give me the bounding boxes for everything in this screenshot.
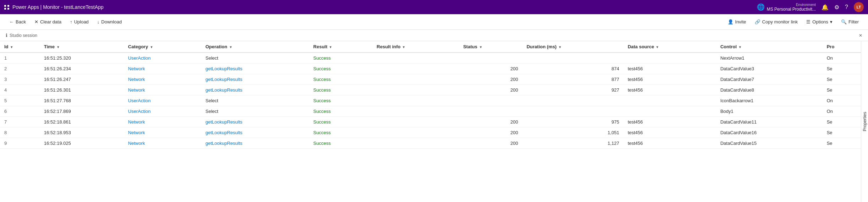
cell-result-info: [373, 117, 459, 127]
close-icon[interactable]: ✕: [859, 33, 862, 38]
cell-pro: Se: [823, 117, 861, 127]
filter-label: Filter: [848, 19, 859, 24]
cell-duration: [522, 53, 624, 64]
cell-control: DataCardValue11: [716, 117, 823, 127]
table-row[interactable]: 8 16:52:18.953 Network getLookupResults …: [0, 127, 861, 138]
session-bar: ℹ Studio session ✕: [0, 30, 868, 41]
link-icon: 🔗: [755, 19, 760, 24]
cell-data-source: [623, 53, 716, 64]
col-status[interactable]: Status ▾: [459, 41, 522, 53]
table-row[interactable]: 7 16:52:18.861 Network getLookupResults …: [0, 117, 861, 127]
table-row[interactable]: 4 16:51:26.301 Network getLookupResults …: [0, 85, 861, 95]
filter-button[interactable]: 🔍 Filter: [837, 17, 862, 26]
cell-id: 5: [0, 95, 40, 106]
properties-tab[interactable]: Properties: [861, 108, 868, 136]
avatar[interactable]: LT: [854, 2, 864, 12]
table-row[interactable]: 9 16:52:19.025 Network getLookupResults …: [0, 138, 861, 149]
col-result[interactable]: Result ▾: [309, 41, 373, 53]
cell-operation: getLookupResults: [201, 138, 309, 149]
cell-status: 200: [459, 117, 522, 127]
cell-operation: getLookupResults: [201, 117, 309, 127]
cell-result: Success: [309, 138, 373, 149]
cell-category: UserAction: [124, 53, 201, 64]
upload-label: Upload: [74, 19, 88, 24]
cell-pro: Se: [823, 64, 861, 74]
cell-duration: 874: [522, 64, 624, 74]
data-table-area: Id ▾ Time ▾ Category ▾ Operation ▾ Resul…: [0, 41, 861, 202]
download-icon: ↓: [97, 19, 100, 24]
cell-time: 16:51:25.320: [40, 53, 124, 64]
main-content: Id ▾ Time ▾ Category ▾ Operation ▾ Resul…: [0, 41, 868, 202]
download-button[interactable]: ↓ Download: [94, 17, 125, 26]
cell-duration: 1,127: [522, 138, 624, 149]
cell-category: Network: [124, 138, 201, 149]
cell-pro: On: [823, 53, 861, 64]
cell-result: Success: [309, 127, 373, 138]
col-id[interactable]: Id ▾: [0, 41, 40, 53]
environment-text: Environment MS Personal Productivit...: [767, 3, 816, 12]
back-button[interactable]: ← Back: [6, 17, 29, 26]
table-row[interactable]: 3 16:51:26.247 Network getLookupResults …: [0, 74, 861, 85]
back-label: Back: [16, 19, 26, 24]
options-button[interactable]: ☰ Options ▾: [803, 17, 836, 26]
table-row[interactable]: 1 16:51:25.320 UserAction Select Success…: [0, 53, 861, 64]
copy-monitor-link-label: Copy monitor link: [762, 19, 798, 24]
cell-control: IconBackarrow1: [716, 95, 823, 106]
col-control[interactable]: Control ▾: [716, 41, 823, 53]
cell-result: Success: [309, 74, 373, 85]
col-operation[interactable]: Operation ▾: [201, 41, 309, 53]
options-icon: ☰: [806, 19, 810, 24]
cell-category: UserAction: [124, 95, 201, 106]
environment-label: Environment: [796, 3, 816, 7]
cell-status: [459, 106, 522, 117]
cell-result: Success: [309, 53, 373, 64]
settings-icon[interactable]: ⚙: [834, 4, 839, 11]
filter-icon: 🔍: [841, 19, 847, 24]
cell-data-source: [623, 95, 716, 106]
cell-control: DataCardValue15: [716, 138, 823, 149]
cell-result-info: [373, 74, 459, 85]
cell-category: Network: [124, 127, 201, 138]
table-row[interactable]: 6 16:52:17.869 UserAction Select Success…: [0, 106, 861, 117]
col-data-source[interactable]: Data source ▾: [623, 41, 716, 53]
environment-name: MS Personal Productivit...: [767, 7, 816, 12]
cell-status: 200: [459, 64, 522, 74]
cell-data-source: test456: [623, 85, 716, 95]
environment-block[interactable]: 🌐 Environment MS Personal Productivit...: [757, 3, 816, 12]
cell-result: Success: [309, 117, 373, 127]
col-pro[interactable]: Pro: [823, 41, 861, 53]
clear-data-label: Clear data: [40, 19, 61, 24]
cell-duration: [522, 106, 624, 117]
help-icon[interactable]: ?: [845, 4, 848, 10]
col-result-info[interactable]: Result info ▾: [373, 41, 459, 53]
monitor-table: Id ▾ Time ▾ Category ▾ Operation ▾ Resul…: [0, 41, 861, 149]
cell-status: [459, 95, 522, 106]
cell-status: 200: [459, 127, 522, 138]
cell-status: 200: [459, 138, 522, 149]
col-duration[interactable]: Duration (ms) ▾: [522, 41, 624, 53]
environment-icon: 🌐: [757, 3, 765, 11]
cell-time: 16:52:18.861: [40, 117, 124, 127]
invite-button[interactable]: 👤 Invite: [724, 17, 750, 26]
upload-button[interactable]: ↑ Upload: [66, 17, 92, 26]
cell-pro: Se: [823, 138, 861, 149]
waffle-icon[interactable]: [4, 5, 10, 10]
cell-result-info: [373, 64, 459, 74]
session-label: Studio session: [10, 33, 37, 38]
bell-icon[interactable]: 🔔: [821, 4, 829, 11]
table-row[interactable]: 2 16:51:26.234 Network getLookupResults …: [0, 64, 861, 74]
clear-data-button[interactable]: ✕ Clear data: [31, 17, 65, 26]
cell-result-info: [373, 95, 459, 106]
col-time[interactable]: Time ▾: [40, 41, 124, 53]
cell-id: 6: [0, 106, 40, 117]
top-bar-right: 🌐 Environment MS Personal Productivit...…: [757, 2, 864, 12]
cell-time: 16:52:18.953: [40, 127, 124, 138]
toolbar: ← Back ✕ Clear data ↑ Upload ↓ Download …: [0, 14, 868, 30]
table-row[interactable]: 5 16:51:27.768 UserAction Select Success…: [0, 95, 861, 106]
cell-result-info: [373, 85, 459, 95]
info-icon: ℹ: [6, 33, 7, 38]
cell-operation: getLookupResults: [201, 74, 309, 85]
col-category[interactable]: Category ▾: [124, 41, 201, 53]
cell-duration: 877: [522, 74, 624, 85]
copy-monitor-link-button[interactable]: 🔗 Copy monitor link: [751, 17, 801, 26]
